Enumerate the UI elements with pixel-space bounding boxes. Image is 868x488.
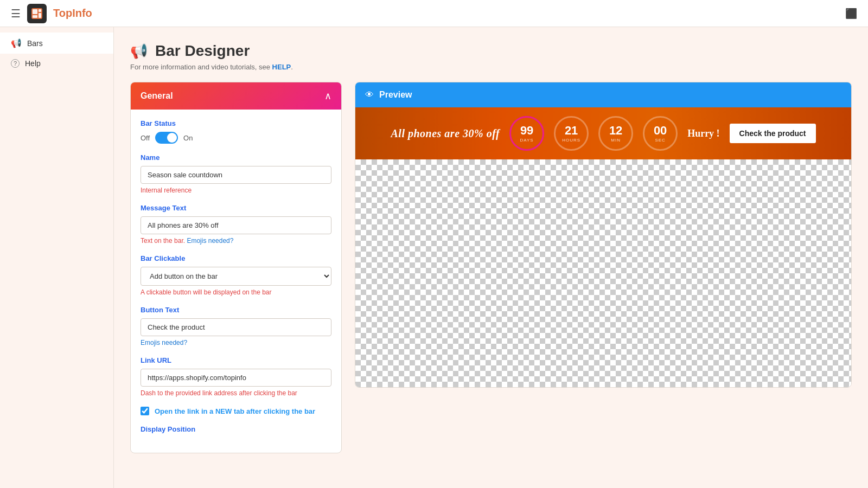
svg-rect-2 [39, 9, 41, 12]
page-title: Bar Designer [155, 42, 250, 60]
emojis-link[interactable]: Emojis needed? [187, 237, 233, 245]
header-left: ☰ TopInfo [11, 4, 92, 23]
panel-header: General ∧ [131, 82, 341, 110]
new-tab-checkbox-row[interactable]: Open the link in a NEW tab after clickin… [141, 407, 331, 415]
svg-rect-4 [33, 15, 37, 18]
content-columns: General ∧ Bar Status Off On [130, 82, 852, 453]
page-subtitle: For more information and video tutorials… [130, 63, 852, 71]
check-product-button[interactable]: Check the product [730, 124, 816, 143]
countdown-min: 12 MIN [598, 116, 633, 151]
sidebar-item-bars[interactable]: 📢 Bars [0, 33, 113, 54]
name-hint: Internal reference [141, 187, 331, 194]
eye-icon: 👁 [365, 90, 374, 100]
on-label: On [183, 134, 193, 142]
button-text-label: Button Text [141, 306, 331, 314]
message-text-hint: Text on the bar. Emojis needed? [141, 237, 331, 245]
sidebar-bars-label: Bars [27, 39, 43, 48]
preview-body: All phones are 30% off 99 DAYS 21 HOURS [355, 107, 851, 387]
countdown-hours: 21 HOURS [554, 116, 589, 151]
panel-title: General [141, 91, 173, 101]
sidebar-item-help[interactable]: ? Help [0, 54, 113, 73]
preview-content [355, 159, 851, 387]
hurry-text: Hurry ! [687, 128, 719, 139]
new-tab-group: Open the link in a NEW tab after clickin… [141, 407, 331, 415]
app-header: ☰ TopInfo ⬛ [0, 0, 868, 27]
svg-rect-3 [39, 13, 41, 18]
page-title-row: 📢 Bar Designer [130, 42, 852, 60]
bar-status-toggle[interactable] [155, 132, 178, 144]
preview-header: 👁 Preview [355, 82, 851, 107]
bar-status-group: Bar Status Off On [141, 119, 331, 144]
bar-clickable-select[interactable]: Add button on the barMake bar clickableN… [141, 267, 331, 286]
preview-title: Preview [379, 90, 412, 100]
link-url-input[interactable] [141, 369, 331, 387]
bar-status-label: Bar Status [141, 119, 331, 127]
bar-preview: All phones are 30% off 99 DAYS 21 HOURS [355, 107, 851, 159]
message-text-group: Message Text Text on the bar. Emojis nee… [141, 204, 331, 245]
help-link[interactable]: HELP [272, 63, 291, 71]
display-position-group: Display Position [141, 425, 331, 433]
sidebar-help-label: Help [25, 59, 41, 68]
right-panel: 👁 Preview All phones are 30% off 99 DAYS [355, 82, 852, 453]
panel-body: Bar Status Off On Name Internal refere [131, 110, 341, 453]
button-text-hint: Emojis needed? [141, 339, 331, 346]
button-text-input[interactable] [141, 318, 331, 336]
general-panel: General ∧ Bar Status Off On [130, 82, 342, 453]
link-url-hint: Dash to the provided link address after … [141, 389, 331, 397]
emojis-link2[interactable]: Emojis [141, 339, 160, 346]
new-tab-checkbox[interactable] [141, 407, 149, 415]
left-panel: General ∧ Bar Status Off On [130, 82, 342, 453]
name-input[interactable] [141, 166, 331, 184]
collapse-icon[interactable]: ∧ [324, 90, 331, 102]
page-icon: 📢 [130, 43, 148, 60]
name-label: Name [141, 153, 331, 162]
svg-rect-1 [33, 9, 37, 14]
bars-icon: 📢 [11, 38, 22, 48]
toggle-row: Off On [141, 132, 331, 144]
logo-text: TopInfo [53, 7, 92, 20]
button-text-group: Button Text Emojis needed? [141, 306, 331, 346]
name-group: Name Internal reference [141, 153, 331, 194]
help-icon: ? [11, 59, 20, 68]
hamburger-menu[interactable]: ☰ [11, 7, 21, 20]
link-url-label: Link URL [141, 356, 331, 364]
bar-clickable-label: Bar Clickable [141, 254, 331, 262]
countdown-sec: 00 SEC [643, 116, 678, 151]
app-layout: 📢 Bars ? Help 📢 Bar Designer For more in… [0, 27, 868, 488]
logo-icon [27, 4, 47, 23]
bar-clickable-hint: A clickable button will be displayed on … [141, 288, 331, 296]
export-icon[interactable]: ⬛ [845, 8, 857, 20]
main-content: 📢 Bar Designer For more information and … [114, 27, 868, 488]
link-url-group: Link URL Dash to the provided link addre… [141, 356, 331, 397]
message-text-label: Message Text [141, 204, 331, 212]
message-text-input[interactable] [141, 216, 331, 234]
preview-card: 👁 Preview All phones are 30% off 99 DAYS [355, 82, 852, 388]
bar-message: All phones are 30% off [391, 127, 500, 140]
new-tab-label: Open the link in a NEW tab after clickin… [155, 407, 315, 415]
display-position-label: Display Position [141, 425, 331, 433]
bar-clickable-group: Bar Clickable Add button on the barMake … [141, 254, 331, 296]
needed-link[interactable]: needed? [162, 339, 187, 346]
off-label: Off [141, 134, 150, 142]
countdown-days: 99 DAYS [509, 116, 544, 151]
sidebar: 📢 Bars ? Help [0, 27, 114, 488]
